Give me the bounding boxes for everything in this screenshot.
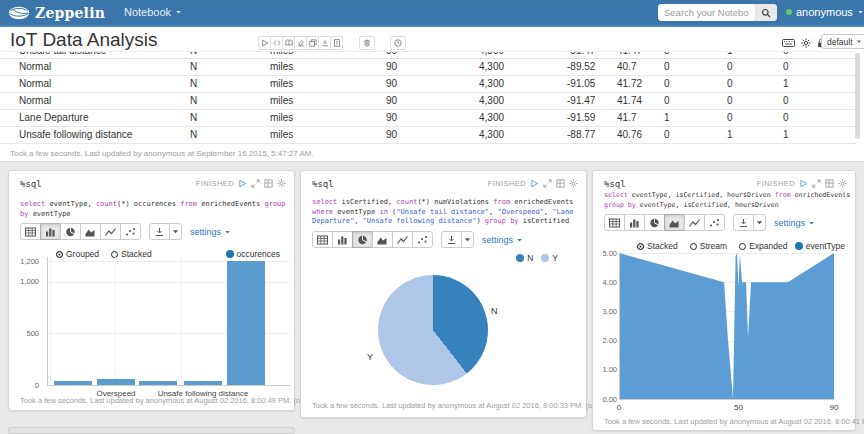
table-scrollbar[interactable] bbox=[855, 53, 860, 139]
table-cell: Unsafe following distance bbox=[19, 127, 132, 143]
radio-dot bbox=[690, 243, 697, 250]
line-chart-button[interactable] bbox=[392, 231, 413, 248]
radio-stacked[interactable]: Stacked bbox=[637, 241, 678, 251]
table-button[interactable] bbox=[604, 214, 625, 231]
table-cell: -91.47 bbox=[567, 93, 595, 109]
toggle-editor-icon[interactable] bbox=[264, 179, 273, 188]
zeppelin-brand[interactable]: Zeppelin bbox=[8, 5, 105, 21]
settings-link[interactable]: settings bbox=[774, 218, 815, 228]
table-cell: 90 bbox=[386, 93, 397, 109]
y-axis-tick: 0.00 bbox=[589, 395, 617, 404]
note-top-section: IoT Data Analysis default Unsafe tail di… bbox=[0, 27, 864, 162]
line-chart-button[interactable] bbox=[100, 223, 121, 240]
radio-expanded[interactable]: Expanded bbox=[739, 241, 787, 251]
sql-code-editor[interactable]: select eventType, isCertified, hoursDriv… bbox=[604, 191, 847, 210]
table-row: NormalNmiles904,300-91.0541.72001 bbox=[0, 76, 856, 93]
run-paragraph-icon[interactable] bbox=[238, 179, 247, 188]
table-button[interactable] bbox=[20, 223, 41, 240]
run-paragraph-icon[interactable] bbox=[530, 179, 539, 188]
bar-normal bbox=[227, 261, 265, 385]
settings-link[interactable]: settings bbox=[190, 227, 231, 237]
scatter-chart-button[interactable] bbox=[704, 214, 725, 231]
radio-grouped[interactable]: Grouped bbox=[56, 249, 99, 259]
interpreter-binding-gear-icon[interactable] bbox=[801, 38, 811, 48]
remove-note-button[interactable] bbox=[359, 36, 375, 50]
paragraph-panel-area-chart: %sql FINISHED select eventType, isCertif… bbox=[592, 170, 856, 431]
table-cell: Normal bbox=[19, 59, 51, 75]
expand-paragraph-icon[interactable] bbox=[543, 179, 552, 188]
x-axis-line bbox=[619, 399, 834, 400]
pie-chart-button[interactable] bbox=[352, 231, 373, 248]
line-chart-button[interactable] bbox=[684, 214, 705, 231]
bar-chart-button[interactable] bbox=[332, 231, 353, 248]
pie-chart-button[interactable] bbox=[644, 214, 665, 231]
table-cell: 90 bbox=[386, 110, 397, 126]
download-button[interactable] bbox=[441, 231, 462, 248]
paragraph-settings-icon[interactable] bbox=[569, 179, 578, 188]
settings-link[interactable]: settings bbox=[482, 235, 523, 245]
table-cell: 1 bbox=[783, 127, 789, 143]
note-title[interactable]: IoT Data Analysis bbox=[10, 29, 158, 51]
table-cell: 0 bbox=[727, 59, 733, 75]
bar-overspeed bbox=[97, 379, 135, 385]
table-row: NormalNmiles904,300-89.5240.7000 bbox=[0, 59, 856, 76]
search-group bbox=[658, 4, 777, 21]
legend-item-eventtype[interactable]: eventType bbox=[795, 241, 845, 251]
scatter-chart-button[interactable] bbox=[120, 223, 141, 240]
next-paragraph-edge[interactable] bbox=[8, 427, 295, 434]
bar-chart-icon bbox=[45, 227, 56, 237]
search-input[interactable] bbox=[658, 4, 755, 21]
toggle-editor-icon[interactable] bbox=[556, 179, 565, 188]
pie-chart: NYNY bbox=[301, 249, 586, 407]
download-options-button[interactable] bbox=[753, 214, 766, 231]
gridline bbox=[115, 257, 116, 385]
table-cell: 0 bbox=[783, 110, 789, 126]
area-chart-button[interactable] bbox=[664, 214, 685, 231]
area-chart-button[interactable] bbox=[372, 231, 393, 248]
download-button[interactable] bbox=[733, 214, 754, 231]
paragraph-settings-icon[interactable] bbox=[838, 179, 847, 188]
scatter-chart-button[interactable] bbox=[412, 231, 433, 248]
gridline bbox=[50, 257, 51, 385]
paragraph-settings-icon[interactable] bbox=[277, 179, 286, 188]
notebook-menu[interactable]: Notebook bbox=[124, 6, 182, 18]
pie-chart-button[interactable] bbox=[60, 223, 81, 240]
table-cell: 0 bbox=[783, 93, 789, 109]
y-axis-tick: 500 bbox=[9, 329, 39, 338]
legend-item-occurences[interactable]: occurences bbox=[226, 249, 280, 259]
clock-icon bbox=[394, 39, 402, 47]
y-axis-tick: 1,000 bbox=[9, 277, 39, 286]
table-cell: 41.7 bbox=[617, 110, 636, 126]
bar-chart-button[interactable] bbox=[40, 223, 61, 240]
version-control-button[interactable] bbox=[330, 36, 343, 50]
radio-stacked[interactable]: Stacked bbox=[111, 249, 152, 259]
download-options-button[interactable] bbox=[169, 223, 182, 240]
expand-paragraph-icon[interactable] bbox=[251, 179, 260, 188]
bar-chart-button[interactable] bbox=[624, 214, 645, 231]
export-note-icon bbox=[321, 39, 329, 47]
download-options-button[interactable] bbox=[461, 231, 474, 248]
table-button[interactable] bbox=[312, 231, 333, 248]
area-chart-button[interactable] bbox=[80, 223, 101, 240]
table-cell: 40.7 bbox=[617, 59, 636, 75]
chevron-down-icon bbox=[224, 229, 231, 235]
pie-chart-icon bbox=[649, 218, 660, 228]
toggle-editor-icon[interactable] bbox=[825, 179, 834, 188]
user-menu[interactable]: anonymous bbox=[786, 6, 864, 18]
keyboard-shortcuts-icon[interactable] bbox=[782, 39, 795, 47]
expand-paragraph-icon[interactable] bbox=[812, 179, 821, 188]
legend-item-y[interactable]: Y bbox=[541, 253, 558, 263]
sql-code-editor[interactable]: select isCertified, count(*) numViolatio… bbox=[312, 198, 578, 227]
search-button[interactable] bbox=[755, 4, 777, 21]
run-paragraph-icon[interactable] bbox=[799, 179, 808, 188]
sql-code-editor[interactable]: select eventType, count(*) occurences fr… bbox=[20, 200, 286, 219]
scheduler-button[interactable] bbox=[390, 36, 406, 50]
radio-stream[interactable]: Stream bbox=[690, 241, 727, 251]
table-cell: 90 bbox=[386, 59, 397, 75]
interpreter-binding-button[interactable]: default bbox=[821, 34, 864, 49]
bar-chart: GroupedStackedoccurences05001,0001,200Ov… bbox=[9, 245, 294, 397]
table-cell: 41.72 bbox=[617, 76, 642, 92]
legend-item-n[interactable]: N bbox=[516, 253, 533, 263]
table-cell: 0 bbox=[664, 93, 670, 109]
download-button[interactable] bbox=[149, 223, 170, 240]
